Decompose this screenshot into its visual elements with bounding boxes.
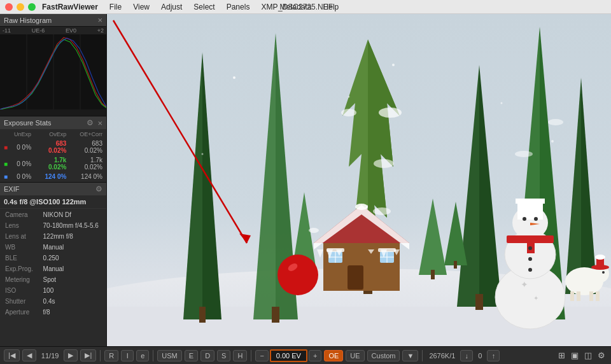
svg-text:✦: ✦ xyxy=(533,295,538,302)
ue-button[interactable]: UE xyxy=(346,350,364,361)
stats-green-ovexp: 1.7k 0.02% xyxy=(35,156,69,171)
exif-row-expprog: Exp.Prog. Manual xyxy=(1,264,105,274)
histogram-svg xyxy=(0,34,106,109)
svg-rect-25 xyxy=(475,294,483,310)
histogram-close-button[interactable]: × xyxy=(97,16,102,24)
exposure-stats-title: Exposure Stats xyxy=(4,119,52,127)
rating-r-button[interactable]: R xyxy=(104,350,118,361)
exif-value-camera: NIKON Df xyxy=(41,210,105,220)
custom-selector[interactable]: Custom xyxy=(367,350,400,361)
menu-view[interactable]: View xyxy=(128,1,155,13)
exif-label-expprog: Exp.Prog. xyxy=(1,264,39,274)
exif-label-metering: Metering xyxy=(1,275,39,284)
stats-col-channel xyxy=(1,130,10,138)
svg-point-60 xyxy=(355,204,368,210)
exif-value-aperture: f/8 xyxy=(41,307,105,317)
value-display: 0 xyxy=(475,352,484,360)
fullscreen-button[interactable] xyxy=(28,3,36,11)
svg-point-21 xyxy=(341,109,356,116)
nav-first-button[interactable]: |◀ xyxy=(4,349,20,361)
arrow-down-button[interactable]: ↓ xyxy=(460,350,473,361)
oe-button[interactable]: OE xyxy=(324,350,343,361)
left-panel: Raw Histogram × -11 UE-6 EV0 +2 xyxy=(0,14,107,346)
svg-point-86 xyxy=(595,255,605,260)
exif-value-ble: 0.250 xyxy=(41,253,105,263)
ev-controls: − 0.00 EV + xyxy=(255,349,321,362)
svg-rect-10 xyxy=(199,307,206,323)
s-button[interactable]: S xyxy=(217,350,230,361)
exif-value-metering: Spot xyxy=(41,275,105,284)
stats-red-ovexp: 683 0.02% xyxy=(35,139,69,155)
exposure-stats-close-button[interactable]: × xyxy=(97,119,102,127)
ev-minus-button[interactable]: − xyxy=(255,350,268,361)
single-icon[interactable]: ▣ xyxy=(569,349,580,361)
svg-point-97 xyxy=(348,96,350,98)
svg-point-18 xyxy=(379,108,402,118)
rating-i-button[interactable]: I xyxy=(121,350,134,361)
d-button[interactable]: D xyxy=(200,350,214,361)
rating-e-button[interactable]: e xyxy=(136,350,149,361)
grid-icon[interactable]: ⊞ xyxy=(556,349,567,361)
traffic-lights xyxy=(5,3,36,11)
exif-label-camera: Camera xyxy=(1,210,39,220)
exif-row-iso: ISO 100 xyxy=(1,286,105,295)
svg-point-75 xyxy=(528,257,532,261)
svg-point-74 xyxy=(528,246,532,250)
svg-rect-91 xyxy=(596,291,600,301)
svg-rect-90 xyxy=(589,291,593,301)
stats-red-unexp: 0 0% xyxy=(11,139,34,155)
svg-point-30 xyxy=(515,151,533,157)
toolbar-right-icons: ⊞ ▣ ◫ ⚙ xyxy=(556,349,607,361)
svg-rect-14 xyxy=(272,307,279,323)
menu-select[interactable]: Select xyxy=(188,1,220,13)
svg-point-94 xyxy=(501,102,503,104)
minimize-button[interactable] xyxy=(17,3,24,11)
main-layout: Raw Histogram × -11 UE-6 EV0 +2 xyxy=(0,14,611,346)
exif-label-iso: ISO xyxy=(1,286,39,295)
settings-icon[interactable]: ⚙ xyxy=(596,349,607,361)
arrow-up-button[interactable]: ↑ xyxy=(487,350,500,361)
stats-row-blue: ■ 0 0% 124 0% 124 0% xyxy=(1,172,105,181)
exposure-stats-table: UnExp OvExp OE+Corr ■ 0 0% 683 0.02% 683… xyxy=(0,129,106,182)
separator-4 xyxy=(422,350,423,361)
histogram-area: -11 UE-6 EV0 +2 xyxy=(0,27,106,116)
stats-blue-unexp: 0 0% xyxy=(11,172,34,181)
exif-label-wb: WB xyxy=(1,242,39,252)
svg-rect-89 xyxy=(577,291,580,301)
nav-prev-button[interactable]: ◀ xyxy=(22,349,36,361)
exif-gear-icon[interactable]: ⚙ xyxy=(95,185,102,193)
exif-label-aperture: Aperture xyxy=(1,307,39,317)
h-button[interactable]: H xyxy=(233,350,247,361)
menu-adjust[interactable]: Adjust xyxy=(156,1,187,13)
close-button[interactable] xyxy=(5,3,13,11)
separator-1 xyxy=(100,350,101,361)
separator-2 xyxy=(153,350,153,361)
separator-3 xyxy=(251,350,251,361)
exif-value-lensat: 122mm f/8 xyxy=(41,232,105,241)
usm-button[interactable]: USM xyxy=(157,350,181,361)
exif-label-lensat: Lens at xyxy=(1,232,39,241)
e-button[interactable]: E xyxy=(185,350,198,361)
image-counter: 11/19 xyxy=(39,352,62,360)
exif-value-shutter: 0.4s xyxy=(41,297,105,306)
ev-plus-button[interactable]: + xyxy=(309,350,321,361)
compare-icon[interactable]: ◫ xyxy=(582,349,594,361)
exposure-stats-header: Exposure Stats ⚙ × xyxy=(0,116,106,129)
svg-rect-73 xyxy=(527,239,535,253)
menu-panels[interactable]: Panels xyxy=(221,1,255,13)
pixel-info: 2676K/1 xyxy=(426,352,458,360)
exif-table: Camera NIKON Df Lens 70-180mm f/4.5-5.6 … xyxy=(0,209,106,318)
exposure-stats-gear-icon[interactable]: ⚙ xyxy=(87,118,94,127)
svg-point-20 xyxy=(373,207,391,215)
custom-dropdown-button[interactable]: ▼ xyxy=(402,350,418,361)
nav-last-button[interactable]: ▶| xyxy=(80,349,96,361)
exif-row-lensat: Lens at 122mm f/8 xyxy=(1,232,105,241)
exif-value-lens: 70-180mm f/4.5-5.6 xyxy=(41,221,105,230)
hist-label-0: -11 xyxy=(3,27,11,34)
svg-point-19 xyxy=(374,159,394,168)
svg-rect-39 xyxy=(431,270,435,279)
stats-green-oecorr: 1.7k 0.02% xyxy=(70,156,105,171)
menu-file[interactable]: File xyxy=(104,1,127,13)
nav-next-button[interactable]: ▶ xyxy=(64,349,78,361)
window-title: _DSC2725.NEF xyxy=(278,3,333,11)
